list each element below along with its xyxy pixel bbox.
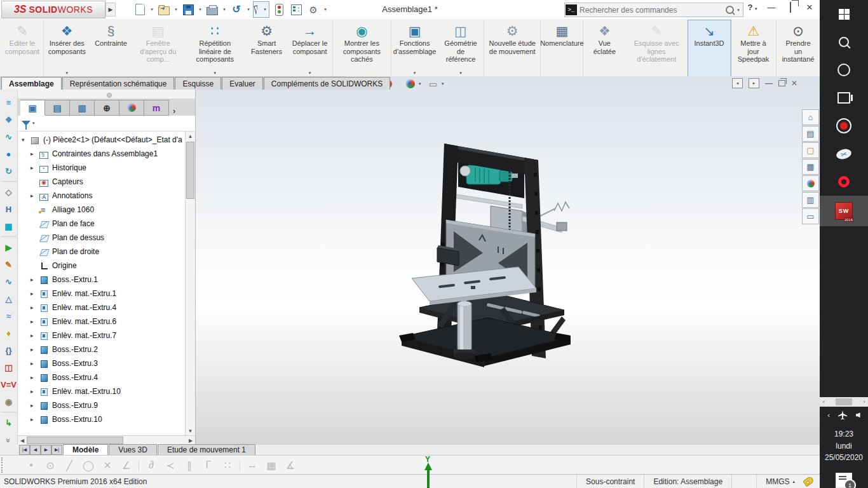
undo-button[interactable]: ↺ — [229, 2, 244, 17]
expand-collapse-icon[interactable] — [31, 416, 39, 423]
model-tab[interactable]: Modèle — [63, 444, 108, 455]
macro-tool-button[interactable]: ↳ — [1, 415, 17, 431]
sketch-tool-icon[interactable]: ∡ — [281, 459, 300, 471]
sketch-tool-icon[interactable]: ∂ — [142, 459, 161, 471]
ribbon-dropdown-caret[interactable]: ▾ — [309, 71, 311, 76]
scroll-left-arrow[interactable]: ◀ — [18, 438, 27, 444]
task-pane-tab[interactable]: ▭ — [802, 208, 819, 224]
print-caret[interactable]: ▾ — [222, 7, 227, 12]
units-selector[interactable]: MMGS▴ — [756, 475, 804, 488]
tree-item[interactable]: Enlèv. mat.-Extru.1 — [18, 287, 195, 301]
sketch-tool-icon[interactable]: ╱ — [60, 459, 79, 471]
macro-tool-button[interactable]: ∿ — [1, 129, 17, 145]
taskbar-clock[interactable]: 19:23 lundi 25/05/2020 — [825, 428, 863, 464]
sketch-tool-icon[interactable]: ∥ — [180, 459, 199, 471]
close-button[interactable]: ✕ — [803, 3, 816, 12]
new-document-caret[interactable]: ▾ — [149, 7, 154, 12]
tree-item[interactable]: Boss.-Extru.10 — [18, 412, 195, 426]
expand-collapse-icon[interactable] — [31, 360, 39, 367]
sketch-tool-icon[interactable]: ⊙ — [41, 459, 60, 471]
ribbon-button[interactable]: ❖ Insérer des composants ▾ — [44, 20, 90, 76]
tree-horizontal-scrollbar[interactable]: ◀ ▶ — [18, 435, 195, 445]
taskbar-search-button[interactable] — [820, 28, 868, 56]
expand-collapse-icon[interactable] — [31, 318, 39, 325]
panel-splitter-handle[interactable] — [18, 90, 195, 98]
toolbar-drag-grip[interactable] — [1, 458, 8, 473]
expand-collapse-icon[interactable] — [31, 276, 39, 283]
macro-tool-button[interactable]: ◉ — [1, 394, 17, 412]
tree-item[interactable]: Origine — [18, 259, 195, 273]
command-tab[interactable]: Représentation schématique — [62, 77, 175, 90]
macro-tool-button[interactable]: ● — [1, 146, 17, 162]
ribbon-dropdown-caret[interactable]: ▾ — [414, 71, 416, 76]
macro-tool-button[interactable]: ◫ — [1, 360, 17, 376]
macro-tool-button[interactable]: ♦ — [1, 325, 17, 341]
cortana-button[interactable] — [820, 56, 868, 84]
expand-collapse-icon[interactable] — [31, 290, 39, 297]
sketch-tool-icon[interactable]: ∠ — [117, 459, 139, 471]
ribbon-button[interactable]: ▦ Nomenclature ▾ — [541, 20, 583, 76]
tree-item[interactable]: Enlèv. mat.-Extru.7 — [18, 329, 195, 342]
scroll-left-arrow[interactable]: ‹ — [820, 399, 827, 405]
select-tool-button[interactable]: ▾ — [253, 1, 269, 18]
rebuild-button[interactable] — [271, 2, 287, 17]
scroll-thumb[interactable] — [27, 437, 123, 444]
ribbon-dropdown-caret[interactable]: ▾ — [459, 71, 462, 76]
scroll-right-arrow[interactable]: › — [860, 399, 868, 405]
scroll-up-arrow[interactable]: ▲ — [188, 132, 193, 140]
sketch-tool-icon[interactable]: ◯ — [79, 459, 98, 471]
ribbon-button[interactable]: ∷ Répétition linéaire de composants ▾ — [184, 20, 246, 76]
task-pane-tab[interactable]: ▥ — [802, 192, 819, 208]
restore-button[interactable] — [784, 3, 797, 12]
new-document-button[interactable] — [132, 2, 147, 17]
ribbon-button[interactable]: § Contrainte ▾ — [90, 20, 132, 76]
tree-root-item[interactable]: (-) Pièce2<1> (Défaut<<Défaut>_Etat d'a — [18, 133, 195, 147]
model-tab[interactable]: Etude de mouvement 1 — [158, 444, 255, 455]
expand-collapse-icon[interactable] — [31, 402, 39, 409]
command-tab[interactable]: Assemblage — [1, 77, 62, 90]
view-tool-caret[interactable] — [442, 81, 446, 86]
ribbon-button[interactable]: ✎ Editer le composant ▾ — [1, 20, 44, 76]
scroll-thumb[interactable] — [836, 398, 852, 405]
snipping-tool-button[interactable]: ✂ — [820, 140, 868, 168]
tab-scroll-button[interactable]: |◀ — [19, 445, 30, 455]
panel-tab[interactable]: ▤ — [45, 100, 70, 116]
opera-button[interactable] — [820, 168, 868, 196]
tree-item[interactable]: Enlèv. mat.-Extru.4 — [18, 301, 195, 315]
print-button[interactable] — [205, 2, 220, 17]
volume-icon[interactable] — [856, 412, 860, 417]
tree-item[interactable]: Boss.-Extru.1 — [18, 273, 195, 287]
ribbon-button[interactable]: ▤ Fenêtre d'aperçu du comp... ▾ — [132, 20, 184, 76]
open-caret[interactable]: ▾ — [173, 7, 179, 12]
ribbon-button[interactable]: ⚠ Mettre à jour Speedpak ▾ — [731, 20, 776, 76]
command-tab[interactable]: Evaluer — [222, 77, 263, 90]
search-icon[interactable] — [726, 6, 734, 14]
expand-collapse-icon[interactable] — [31, 332, 39, 339]
doc-minimize-button[interactable]: — — [765, 79, 773, 88]
tree-item[interactable]: Enlèv. mat.-Extru.6 — [18, 315, 195, 329]
panel-tab-overflow-chevron[interactable]: › — [173, 106, 175, 116]
command-tab[interactable]: Esquisse — [175, 77, 221, 90]
tree-item[interactable]: Enlèv. mat.-Extru.10 — [18, 384, 195, 398]
expand-collapse-icon[interactable] — [31, 388, 39, 395]
minimize-button[interactable]: — — [765, 3, 778, 12]
menu-flyout-arrow-icon[interactable]: ▶ — [105, 3, 116, 17]
recorder-app-button[interactable] — [820, 112, 868, 140]
ribbon-button[interactable]: → Déplacer le composant ▾ — [288, 20, 333, 76]
ribbon-button[interactable]: ⚙ Smart Fasteners ▾ — [246, 20, 288, 76]
ribbon-button[interactable]: ↘ Instant3D ▾ — [688, 20, 731, 76]
tree-item[interactable]: Alliage 1060 — [18, 203, 195, 217]
tree-item[interactable]: Capteurs — [18, 175, 195, 189]
expand-collapse-icon[interactable] — [22, 137, 30, 143]
hidden-icons-chevron[interactable]: ‹ — [827, 411, 830, 419]
task-pane-tab[interactable]: ⌂ — [802, 109, 819, 125]
save-caret[interactable]: ▾ — [198, 7, 203, 12]
tree-vertical-scrollbar[interactable]: ▲ ▼ — [185, 132, 195, 435]
sketch-tool-icon[interactable]: ≺ — [161, 459, 180, 471]
tag-icon[interactable] — [803, 476, 815, 487]
ribbon-button[interactable]: ✎ Esquisse avec lignes d'éclatement ▾ — [625, 20, 688, 76]
panel-tab[interactable]: ▣ — [20, 100, 45, 116]
scroll-right-arrow[interactable]: ▶ — [186, 438, 195, 444]
scroll-down-arrow[interactable]: ▼ — [188, 426, 193, 435]
search-caret[interactable]: ▾ — [736, 8, 741, 13]
